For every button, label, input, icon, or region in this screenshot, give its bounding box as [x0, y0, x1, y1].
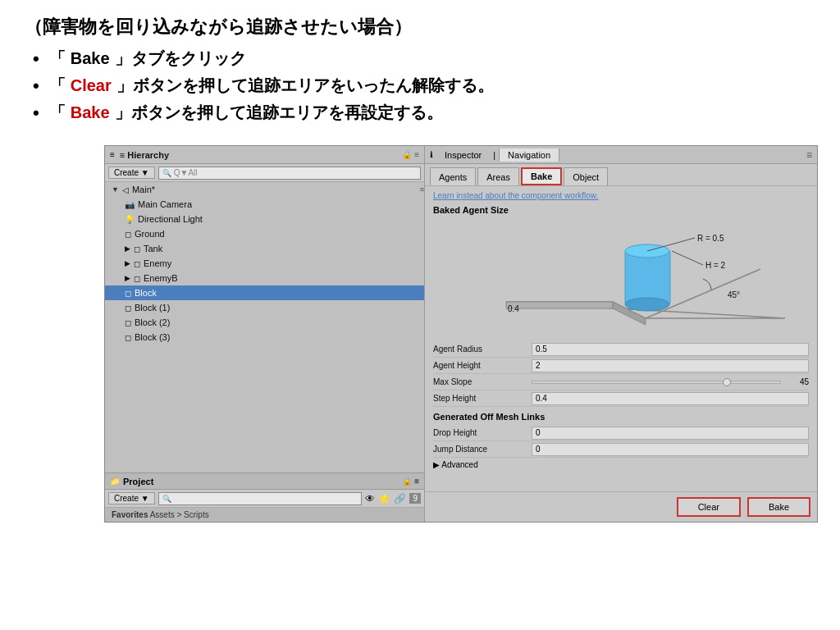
- item-options-icon: ≡: [420, 185, 424, 194]
- item-block-label: Block: [135, 288, 157, 298]
- lock-icon: 🔒 ≡: [402, 150, 419, 159]
- bullet-3-prefix: 「: [49, 102, 66, 124]
- light-icon: 💡: [125, 215, 135, 224]
- title-line: （障害物を回り込みながら追跡させたい場合）: [25, 15, 815, 39]
- max-slope-value: 45: [784, 377, 809, 386]
- ground-icon: ◻: [125, 230, 131, 239]
- bullet-list: 「Bake」タブをクリック 「Clear」ボタンを押して追跡エリアをいったん解除…: [25, 48, 815, 124]
- panel-menu-icon[interactable]: ≡: [806, 149, 812, 161]
- drop-height-label: Drop Height: [433, 428, 532, 437]
- hierarchy-item-enemy[interactable]: ▶ ◻ Enemy: [105, 256, 424, 271]
- hierarchy-item-main[interactable]: ▼ ◁ Main* ≡: [105, 182, 424, 197]
- baked-agent-diagram: R = 0.5 H = 2 0.4 45°: [433, 220, 809, 335]
- item-main-label: Main*: [132, 185, 155, 194]
- agent-height-label: Agent Height: [433, 361, 532, 370]
- project-icon2: ⭐: [378, 493, 390, 504]
- project-panel: 📁 Project 🔒 ≡ Create ▼ 🔍 👁 ⭐ 🔗 9: [105, 472, 424, 522]
- max-slope-slider-container: 45: [532, 377, 809, 386]
- search-placeholder: Q▼All: [174, 168, 198, 177]
- advanced-row: ▶ Advanced: [433, 458, 809, 472]
- block3-icon: ◻: [125, 333, 131, 342]
- tab-inspector[interactable]: Inspector: [436, 148, 490, 162]
- agent-height-input[interactable]: 2: [532, 359, 809, 372]
- arrow-right-tank-icon: ▶: [125, 244, 130, 253]
- hierarchy-search-box: 🔍 Q▼All: [158, 167, 421, 180]
- enemy-icon: ◻: [134, 259, 140, 268]
- drop-height-row: Drop Height 0: [433, 425, 809, 441]
- hierarchy-create-button[interactable]: Create ▼: [108, 167, 155, 179]
- hierarchy-icon: ≡: [110, 150, 115, 159]
- svg-marker-1: [506, 302, 613, 308]
- favorites-label: Favorites: [112, 510, 148, 519]
- item-block2-label: Block (2): [135, 317, 170, 327]
- drop-height-input[interactable]: 0: [532, 427, 809, 440]
- hierarchy-item-enemyb[interactable]: ▶ ◻ EnemyB: [105, 271, 424, 285]
- clear-button[interactable]: Clear: [677, 497, 741, 517]
- off-mesh-links-title: Generated Off Mesh Links: [433, 412, 809, 422]
- workflow-link[interactable]: Learn instead about the component workfl…: [433, 191, 809, 200]
- scene-icon: ◁: [122, 185, 129, 194]
- top-text-area: （障害物を回り込みながら追跡させたい場合） 「Bake」タブをクリック 「Cle…: [0, 0, 840, 139]
- advanced-toggle[interactable]: ▶ Advanced: [433, 460, 478, 469]
- project-toolbar: Create ▼ 🔍 👁 ⭐ 🔗 9: [105, 490, 424, 508]
- hierarchy-title: ≡ Hierarchy: [120, 150, 169, 160]
- hierarchy-item-tank[interactable]: ▶ ◻ Tank: [105, 241, 424, 256]
- agent-height-row: Agent Height 2: [433, 358, 809, 374]
- hierarchy-content: ▼ ◁ Main* ≡ 📷 Main Camera 💡 Directional …: [105, 182, 424, 472]
- project-folder-icon: 📁: [110, 477, 120, 486]
- jump-distance-input[interactable]: 0: [532, 443, 809, 456]
- bake-button[interactable]: Bake: [747, 497, 810, 517]
- step-height-row: Step Height 0.4: [433, 390, 809, 407]
- bullet-3: 「Bake」ボタンを押して追跡エリアを再設定する。: [33, 102, 815, 124]
- bullet-1-suffix: 」タブをクリック: [115, 48, 246, 70]
- item-enemy-label: Enemy: [144, 258, 171, 268]
- unity-editor: ≡ ≡ Hierarchy 🔒 ≡ Create ▼ 🔍 Q▼All ▼: [104, 145, 818, 523]
- bottom-action-buttons: Clear Bake: [425, 491, 817, 522]
- step-height-label: Step Height: [433, 394, 532, 403]
- max-slope-row: Max Slope 45: [433, 374, 809, 390]
- nav-tab-areas[interactable]: Areas: [477, 167, 519, 185]
- inspector-info-icon: ℹ: [430, 150, 433, 159]
- max-slope-slider[interactable]: [532, 381, 781, 384]
- hierarchy-item-ground[interactable]: ◻ Ground: [105, 226, 424, 241]
- nav-content: Learn instead about the component workfl…: [425, 186, 817, 491]
- hierarchy-item-main-camera[interactable]: 📷 Main Camera: [105, 197, 424, 212]
- nav-tab-agents[interactable]: Agents: [430, 167, 476, 185]
- hierarchy-panel: ≡ ≡ Hierarchy 🔒 ≡ Create ▼ 🔍 Q▼All ▼: [105, 146, 425, 522]
- hierarchy-item-block2[interactable]: ◻ Block (2): [105, 315, 424, 330]
- hierarchy-item-block1[interactable]: ◻ Block (1): [105, 300, 424, 315]
- hierarchy-item-directional-light[interactable]: 💡 Directional Light: [105, 212, 424, 226]
- nav-tab-bake[interactable]: Bake: [521, 167, 562, 185]
- bullet-1-prefix: 「: [49, 48, 66, 70]
- bullet-1: 「Bake」タブをクリック: [33, 48, 815, 70]
- project-path: Favorites Assets > Scripts: [105, 508, 424, 522]
- nav-tab-object[interactable]: Object: [564, 167, 608, 185]
- bullet-2-suffix: 」ボタンを押して追跡エリアをいったん解除する。: [116, 75, 494, 97]
- max-slope-thumb: [723, 378, 731, 386]
- arrow-down-icon: ▼: [112, 185, 119, 194]
- bullet-3-suffix: 」ボタンを押して追跡エリアを再設定する。: [115, 102, 443, 124]
- inspector-navigation-panel: ℹ Inspector | Navigation ≡ Agents Areas …: [425, 146, 817, 522]
- hierarchy-item-block3[interactable]: ◻ Block (3): [105, 330, 424, 345]
- project-search-icon: 🔍: [162, 495, 171, 503]
- bullet-2-keyword: Clear: [71, 76, 112, 95]
- step-label: 0.4: [508, 304, 519, 313]
- tank-icon: ◻: [134, 244, 140, 253]
- bullet-3-keyword: Bake: [71, 103, 110, 122]
- block1-icon: ◻: [125, 304, 131, 313]
- agent-radius-input[interactable]: 0.5: [532, 343, 809, 356]
- editor-layout: ≡ ≡ Hierarchy 🔒 ≡ Create ▼ 🔍 Q▼All ▼: [105, 146, 817, 522]
- block-icon: ◻: [125, 289, 131, 298]
- hierarchy-toolbar: Create ▼ 🔍 Q▼All: [105, 164, 424, 182]
- step-height-input[interactable]: 0.4: [532, 392, 809, 405]
- bullet-2-prefix: 「: [49, 75, 66, 97]
- project-create-button[interactable]: Create ▼: [108, 492, 155, 504]
- item-tank-label: Tank: [144, 244, 162, 253]
- arrow-right-enemyb-icon: ▶: [125, 274, 130, 282]
- tab-navigation[interactable]: Navigation: [499, 148, 559, 162]
- camera-icon: 📷: [125, 200, 135, 209]
- agent-radius-label: Agent Radius: [433, 345, 532, 354]
- item-ground-label: Ground: [135, 229, 165, 239]
- agent-radius-row: Agent Radius 0.5: [433, 341, 809, 358]
- hierarchy-item-block[interactable]: ◻ Block: [105, 285, 424, 300]
